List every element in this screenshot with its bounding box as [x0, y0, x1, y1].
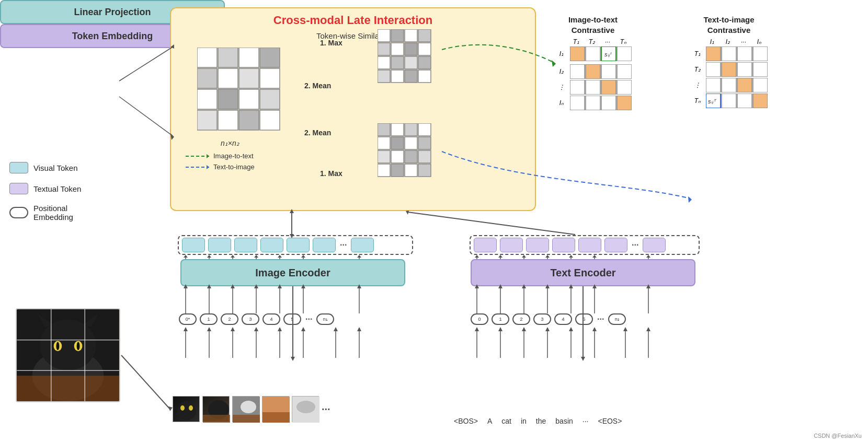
visual-token-icon — [9, 162, 28, 173]
patch-4 — [262, 396, 289, 422]
textual-token-3 — [526, 238, 549, 252]
i2t-row-I2: I₂ — [554, 64, 569, 79]
result-grid-bottom — [378, 123, 435, 183]
crossmodal-legend: Image-to-text Text-to-image — [186, 152, 255, 171]
svg-rect-2 — [239, 48, 259, 67]
svg-rect-40 — [378, 150, 390, 163]
svg-rect-65 — [617, 80, 632, 95]
img-pos-2: 2 — [221, 313, 238, 325]
word-the: the — [536, 417, 546, 425]
t2i-title: Text-to-imageContrastive — [690, 15, 768, 35]
svg-point-95 — [56, 342, 60, 351]
svg-rect-112 — [262, 412, 290, 423]
svg-rect-9 — [218, 89, 238, 109]
svg-point-96 — [77, 342, 80, 351]
n1n2-label: n₁×n₂ — [221, 139, 239, 147]
svg-marker-178 — [291, 357, 295, 361]
svg-marker-162 — [357, 255, 361, 258]
svg-rect-27 — [418, 56, 431, 69]
svg-rect-10 — [239, 89, 259, 109]
svg-rect-73 — [753, 46, 768, 61]
i2t-contrastive: Image-to-textContrastive T₁ T₂ ··· Tₙ I₁… — [554, 15, 632, 111]
textual-token-dots: ··· — [632, 240, 638, 250]
visual-token-3 — [234, 238, 257, 252]
textual-tokens-row: ··· — [474, 238, 666, 252]
svg-rect-74 — [706, 62, 721, 77]
i2t-col-T1: T₁ — [569, 38, 584, 45]
svg-rect-13 — [218, 110, 238, 130]
svg-marker-140 — [545, 327, 550, 331]
txt-pos-0: 0 — [471, 313, 488, 325]
word-eos: <EOS> — [598, 417, 622, 425]
image-encoder: Image Encoder — [180, 259, 405, 286]
svg-point-109 — [241, 401, 256, 413]
main-container: Visual Token Textual Token PositionalEmb… — [0, 0, 868, 443]
svg-marker-150 — [184, 255, 188, 258]
svg-rect-41 — [391, 150, 404, 163]
legend: Visual Token Textual Token PositionalEmb… — [9, 162, 81, 222]
svg-rect-42 — [405, 150, 417, 163]
visual-token-5 — [287, 238, 310, 252]
svg-rect-58 — [570, 64, 585, 79]
svg-marker-180 — [581, 357, 585, 361]
svg-rect-78 — [706, 78, 721, 92]
svg-rect-75 — [722, 62, 736, 77]
svg-rect-11 — [260, 89, 280, 109]
textual-token-n2 — [643, 238, 666, 252]
svg-rect-44 — [378, 164, 390, 177]
svg-marker-126 — [278, 327, 282, 331]
patch-2 — [202, 396, 230, 422]
svg-rect-3 — [260, 48, 280, 67]
t2i-row-T1: T₁ — [690, 46, 705, 61]
svg-rect-46 — [405, 164, 417, 177]
textual-token-6 — [604, 238, 627, 252]
word-a: A — [487, 417, 492, 425]
svg-marker-170 — [545, 255, 550, 258]
svg-rect-85 — [753, 94, 768, 108]
svg-rect-43 — [418, 150, 431, 163]
crossmodal-title: Cross-modal Late Interaction — [176, 14, 530, 27]
svg-line-215 — [119, 97, 173, 136]
word-bos: <BOS> — [454, 417, 478, 425]
svg-rect-24 — [378, 56, 390, 69]
svg-marker-210 — [168, 406, 173, 411]
text-words-row: <BOS> A cat in the basin ··· <EOS> — [454, 417, 622, 425]
svg-marker-132 — [357, 327, 361, 331]
txt-pos-dots: ··· — [597, 314, 604, 324]
textual-token-label: Textual Token — [33, 184, 81, 193]
svg-rect-25 — [391, 56, 404, 69]
svg-rect-107 — [203, 415, 230, 423]
svg-rect-35 — [418, 123, 431, 136]
visual-token-6 — [313, 238, 336, 252]
svg-rect-30 — [405, 70, 417, 83]
svg-marker-134 — [475, 327, 479, 331]
svg-rect-29 — [391, 70, 404, 83]
svg-rect-16 — [378, 29, 390, 42]
svg-rect-80 — [737, 78, 752, 92]
svg-rect-97 — [17, 376, 119, 401]
svg-rect-52 — [570, 46, 585, 61]
svg-marker-168 — [522, 255, 526, 258]
legend-positional-embed: PositionalEmbedding — [9, 204, 81, 222]
svg-rect-71 — [722, 46, 736, 61]
svg-point-114 — [296, 401, 315, 413]
svg-marker-51 — [207, 165, 209, 169]
svg-marker-212 — [688, 196, 692, 203]
svg-rect-39 — [418, 137, 431, 149]
watermark: CSDN @FesianXu — [814, 433, 862, 439]
i2t-legend-label: Image-to-text — [213, 152, 254, 160]
svg-marker-146 — [623, 327, 627, 331]
svg-rect-28 — [378, 70, 390, 83]
textual-token-2 — [500, 238, 523, 252]
svg-rect-26 — [405, 56, 417, 69]
svg-rect-77 — [753, 62, 768, 77]
svg-marker-176 — [646, 255, 650, 258]
svg-rect-45 — [391, 164, 404, 177]
svg-rect-6 — [239, 68, 259, 88]
svg-rect-1 — [218, 48, 238, 67]
i2t-row-IN: Iₙ — [554, 96, 569, 110]
svg-rect-22 — [405, 43, 417, 55]
i2t-row-I1: I₁ — [554, 46, 569, 63]
svg-line-213 — [119, 47, 173, 81]
arrow-label-1max: 1. Max — [320, 39, 342, 47]
